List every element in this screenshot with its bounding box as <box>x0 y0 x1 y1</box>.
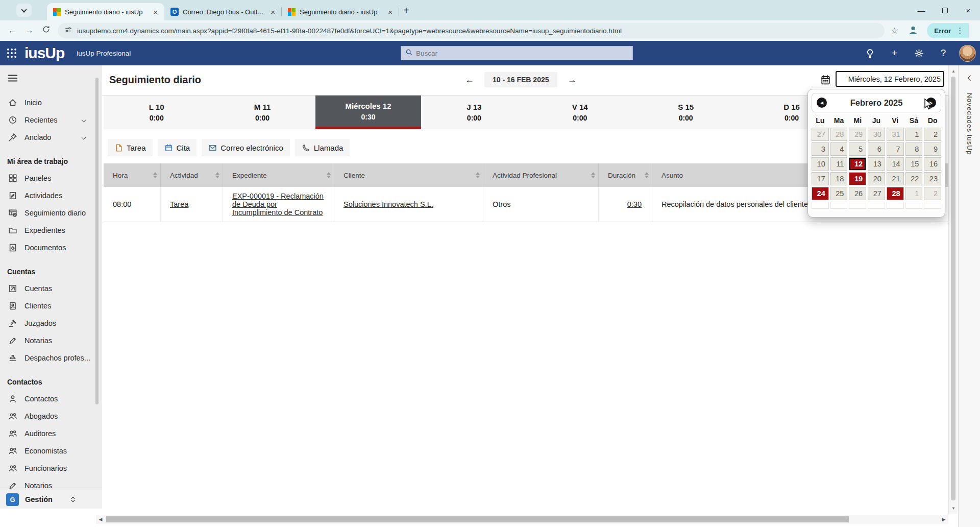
sidebar-entry[interactable]: Abogados <box>0 408 95 425</box>
calendar-day[interactable]: 14 <box>887 157 904 171</box>
window-maximize-button[interactable] <box>933 0 957 20</box>
new-tab-button[interactable]: + <box>403 5 409 16</box>
scroll-down-arrow[interactable]: ▼ <box>949 504 958 512</box>
week-day-column[interactable]: M 11 0:00 <box>209 95 315 129</box>
column-header[interactable]: Expediente <box>223 163 334 187</box>
action-button[interactable]: Llamada <box>295 139 350 156</box>
main-vertical-scrollbar[interactable]: ▲ ▼ <box>948 65 958 514</box>
calendar-day[interactable]: 8 <box>905 142 923 156</box>
calendar-day[interactable]: 24 <box>812 187 829 200</box>
action-button[interactable]: Correo electrónico <box>202 139 290 156</box>
sidebar-entry[interactable]: Cuentas <box>0 256 95 280</box>
calendar-day[interactable]: 4 <box>830 142 848 156</box>
calendar-day[interactable]: 6 <box>868 142 885 156</box>
sidebar-entry[interactable]: Contactos <box>0 367 95 390</box>
calendar-day[interactable]: 16 <box>924 157 941 171</box>
calendar-day[interactable]: 19 <box>849 172 866 185</box>
main-horizontal-scrollbar[interactable]: ◀ ▶ <box>96 515 948 524</box>
sidebar-scrollbar[interactable] <box>95 78 99 404</box>
expand-panel-icon[interactable] <box>966 75 973 82</box>
browser-tab[interactable]: Seguimiento diario - iusUp × <box>282 3 399 20</box>
sort-icon[interactable] <box>591 172 595 178</box>
browser-tab[interactable]: O Correo: Diego Rius - Outlook × <box>164 3 282 20</box>
calendar-day[interactable]: 30 <box>868 128 885 141</box>
scroll-right-arrow[interactable]: ▶ <box>939 517 948 522</box>
previous-week-button[interactable]: ← <box>462 74 477 86</box>
action-button[interactable]: Tarea <box>108 139 153 156</box>
profile-error-button[interactable]: Error ⋮ <box>927 23 969 38</box>
help-icon[interactable]: ? <box>935 44 952 62</box>
sidebar-entry[interactable]: Funcionarios <box>0 460 95 477</box>
calendar-day[interactable]: 5 <box>849 142 866 156</box>
column-header[interactable]: Duración <box>599 163 652 187</box>
back-button[interactable]: ← <box>8 26 17 36</box>
horizontal-scroll-thumb[interactable] <box>106 516 849 522</box>
sidebar-entry[interactable]: Seguimiento diario <box>0 204 95 222</box>
gear-icon[interactable] <box>910 44 927 62</box>
site-info-icon[interactable] <box>65 26 72 35</box>
datepicker-calendar-icon[interactable] <box>818 73 833 87</box>
global-search[interactable] <box>401 46 633 60</box>
sidebar-entry[interactable]: Notarias <box>0 332 95 349</box>
calendar-day[interactable]: 26 <box>849 187 866 200</box>
sidebar-entry[interactable]: Recientes <box>0 111 95 129</box>
date-input[interactable] <box>836 71 944 87</box>
reload-button[interactable] <box>42 25 51 36</box>
sidebar-entry[interactable]: Clientes <box>0 297 95 315</box>
tab-close-icon[interactable]: × <box>269 8 277 16</box>
link-cliente[interactable]: Soluciones Innovatech S.L. <box>344 200 433 208</box>
calendar-day[interactable]: 10 <box>812 157 829 171</box>
link-actividad[interactable]: Tarea <box>170 200 188 208</box>
calendar-day[interactable]: 22 <box>905 172 923 185</box>
add-icon[interactable]: + <box>886 44 903 62</box>
calendar-day[interactable]: 25 <box>830 187 848 200</box>
address-bar[interactable]: iusupdemo.crm4.dynamics.com/main.aspx?ap… <box>58 23 885 38</box>
link-duracion[interactable]: 0:30 <box>627 200 642 208</box>
sidebar-entry[interactable]: Contactos <box>0 390 95 408</box>
news-panel-label[interactable]: Novedades iusUp <box>966 93 973 155</box>
sidebar-entry[interactable]: Paneles <box>0 170 95 187</box>
sidebar-entry[interactable]: Expedientes <box>0 222 95 239</box>
browser-profile-icon[interactable] <box>908 25 920 37</box>
waffle-icon[interactable] <box>5 46 18 60</box>
sort-icon[interactable] <box>215 172 219 178</box>
browser-tab[interactable]: Seguimiento diario - iusUp × <box>47 3 164 20</box>
bookmark-star-icon[interactable]: ☆ <box>891 26 898 36</box>
calendar-day[interactable]: 1 <box>905 187 923 200</box>
sort-icon[interactable] <box>153 172 157 178</box>
next-month-button[interactable] <box>926 98 936 108</box>
calendar-day[interactable]: 21 <box>887 172 904 185</box>
column-header[interactable]: Actividad Profesional <box>483 163 599 187</box>
action-button[interactable]: Cita <box>158 139 197 156</box>
week-day-column[interactable]: V 14 0:00 <box>527 95 633 129</box>
calendar-day[interactable]: 13 <box>868 157 885 171</box>
calendar-day[interactable]: 18 <box>830 172 848 185</box>
tab-close-icon[interactable]: × <box>152 8 159 16</box>
sidebar-entry[interactable]: Cuentas <box>0 280 95 297</box>
hamburger-icon[interactable] <box>7 73 18 84</box>
sidebar-entry[interactable]: Economistas <box>0 442 95 460</box>
sidebar-entry[interactable]: Juzgados <box>0 315 95 332</box>
calendar-day[interactable]: 7 <box>887 142 904 156</box>
calendar-day[interactable]: 11 <box>830 157 848 171</box>
week-day-column[interactable]: Miércoles 12 0:30 <box>315 95 421 129</box>
calendar-day[interactable]: 27 <box>812 128 829 141</box>
week-day-column[interactable]: J 13 0:00 <box>421 95 527 129</box>
calendar-day[interactable]: 1 <box>905 128 923 141</box>
chevron-down-icon[interactable] <box>81 117 87 123</box>
column-header[interactable]: Cliente <box>334 163 483 187</box>
sidebar-entry[interactable]: Actividades <box>0 187 95 204</box>
link-expediente[interactable]: EXP-000019 - Reclamación de Deuda por In… <box>232 192 328 217</box>
week-day-column[interactable]: S 15 0:00 <box>633 95 739 129</box>
column-header[interactable]: Hora <box>104 163 161 187</box>
window-close-button[interactable]: × <box>957 0 980 20</box>
browser-menu-icon[interactable]: ⋮ <box>956 26 964 35</box>
forward-button[interactable]: → <box>25 26 34 36</box>
sort-icon[interactable] <box>327 172 331 178</box>
calendar-day[interactable]: 31 <box>887 128 904 141</box>
week-day-column[interactable]: L 10 0:00 <box>104 95 209 129</box>
news-panel[interactable]: Novedades iusUp <box>958 65 980 527</box>
area-switch-icon[interactable] <box>69 495 77 504</box>
sidebar-entry[interactable]: Mi área de trabajo <box>0 146 95 170</box>
sidebar-entry[interactable]: Inicio <box>0 94 95 111</box>
